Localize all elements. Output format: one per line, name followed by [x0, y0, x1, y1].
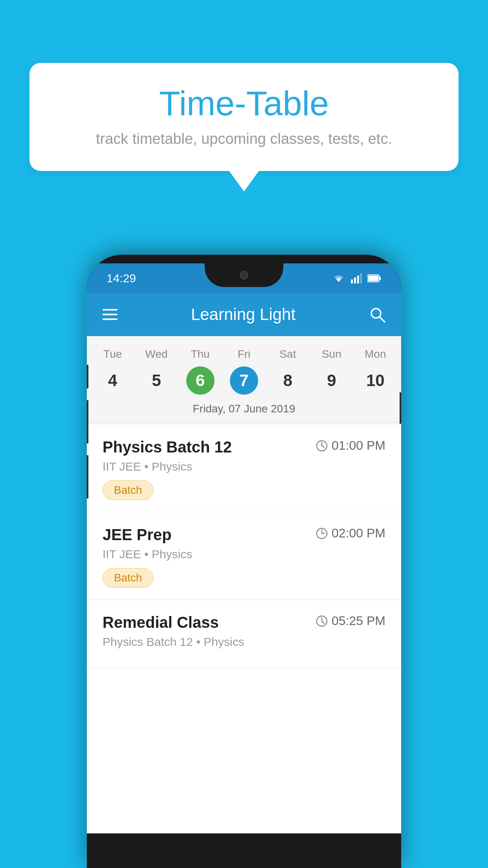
class-name-2: JEE Prep [103, 526, 172, 544]
svg-rect-0 [351, 280, 353, 283]
day-name-sat: Sat [266, 344, 310, 364]
power-button[interactable] [400, 392, 401, 424]
schedule-list: Physics Batch 12 01:00 PM IIT JEE • Phys… [87, 425, 401, 833]
svg-line-8 [380, 317, 385, 322]
battery-icon [367, 274, 382, 283]
day-5[interactable]: 5 [134, 366, 178, 395]
day-numbers: 4 5 6 7 8 9 10 [87, 364, 401, 397]
clock-icon-3 [316, 615, 328, 627]
menu-icon[interactable] [103, 309, 117, 320]
selected-date-label: Friday, 07 June 2019 [87, 397, 401, 423]
class-time-3: 05:25 PM [316, 614, 385, 628]
phone-inner: Learning Light Tue Wed Thu Fri Sat Sun M… [87, 293, 401, 833]
calendar-strip: Tue Wed Thu Fri Sat Sun Mon 4 5 6 7 8 9 … [87, 336, 401, 425]
svg-line-11 [322, 446, 324, 447]
class-time-2: 02:00 PM [316, 526, 385, 541]
schedule-item-3-header: Remedial Class 05:25 PM [103, 614, 385, 631]
day-name-fri: Fri [222, 344, 266, 364]
time-text-1: 01:00 PM [332, 438, 385, 453]
class-subject-1: IIT JEE • Physics [103, 460, 385, 473]
day-name-wed: Wed [134, 344, 178, 364]
day-10[interactable]: 10 [354, 366, 397, 395]
bubble-title: Time-Table [53, 85, 435, 123]
day-6-today[interactable]: 6 [186, 366, 215, 395]
schedule-item-1[interactable]: Physics Batch 12 01:00 PM IIT JEE • Phys… [87, 425, 401, 512]
notch [205, 263, 283, 287]
day-name-sun: Sun [310, 344, 353, 364]
class-name-1: Physics Batch 12 [103, 438, 232, 456]
day-name-tue: Tue [91, 344, 134, 364]
phone-top-border [87, 255, 401, 263]
svg-rect-1 [354, 278, 356, 283]
day-name-mon: Mon [354, 344, 397, 364]
schedule-item-3[interactable]: Remedial Class 05:25 PM Physics Batch 12… [87, 600, 401, 668]
volume-up-button[interactable] [87, 400, 88, 443]
batch-tag-1: Batch [103, 480, 154, 500]
speech-bubble-container: Time-Table track timetable, upcoming cla… [29, 63, 459, 171]
phone-frame: 14:29 [87, 255, 401, 868]
schedule-item-2[interactable]: JEE Prep 02:00 PM IIT JEE • Physics Batc… [87, 512, 401, 600]
signal-icon [351, 273, 362, 283]
speech-bubble: Time-Table track timetable, upcoming cla… [29, 63, 459, 171]
class-subject-2: IIT JEE • Physics [103, 548, 385, 561]
day-4[interactable]: 4 [91, 366, 134, 395]
camera [240, 271, 248, 280]
batch-tag-2: Batch [103, 568, 154, 588]
clock-icon-2 [316, 528, 328, 539]
wifi-icon [332, 273, 345, 283]
day-name-thu: Thu [178, 344, 222, 364]
svg-rect-5 [379, 277, 381, 280]
svg-rect-6 [368, 276, 378, 281]
class-name-3: Remedial Class [103, 614, 219, 631]
time-text-2: 02:00 PM [332, 526, 385, 541]
silent-button[interactable] [87, 365, 88, 388]
schedule-item-1-header: Physics Batch 12 01:00 PM [103, 438, 385, 456]
svg-rect-2 [357, 276, 359, 283]
day-9[interactable]: 9 [310, 366, 353, 395]
day-7-selected[interactable]: 7 [230, 366, 258, 395]
class-time-1: 01:00 PM [316, 438, 385, 453]
day-8[interactable]: 8 [266, 366, 310, 395]
app-title: Learning Light [131, 305, 355, 324]
clock-icon-1 [316, 440, 328, 452]
status-bar: 14:29 [87, 263, 401, 293]
time-text-3: 05:25 PM [332, 614, 385, 628]
status-time: 14:29 [106, 272, 136, 285]
search-icon[interactable] [369, 306, 385, 323]
bubble-subtitle: track timetable, upcoming classes, tests… [53, 131, 435, 147]
svg-line-17 [322, 621, 324, 623]
volume-down-button[interactable] [87, 455, 88, 498]
schedule-item-2-header: JEE Prep 02:00 PM [103, 526, 385, 544]
svg-rect-3 [360, 273, 362, 283]
app-bar: Learning Light [87, 293, 401, 336]
class-subject-3: Physics Batch 12 • Physics [103, 635, 385, 649]
day-names: Tue Wed Thu Fri Sat Sun Mon [87, 344, 401, 364]
status-icons [332, 273, 382, 283]
